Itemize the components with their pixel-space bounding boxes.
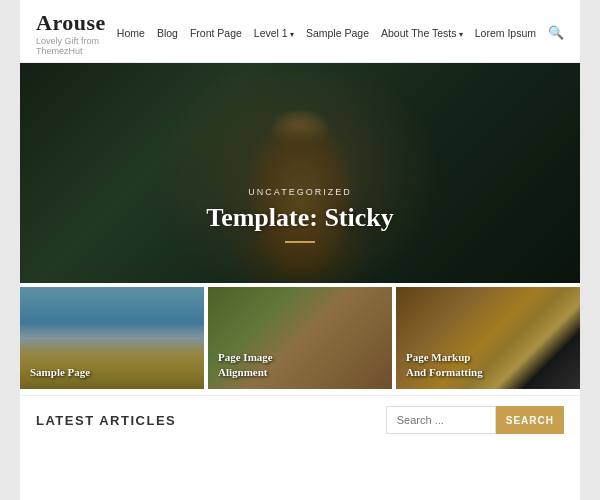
card-image-alignment[interactable]: Page ImageAlignment bbox=[208, 287, 392, 389]
hero-category: UNCATEGORIZED bbox=[20, 187, 580, 197]
card-sample-page[interactable]: Sample Page bbox=[20, 287, 204, 389]
hero-divider bbox=[285, 241, 315, 243]
card-markup-formatting[interactable]: Page MarkupAnd Formatting bbox=[396, 287, 580, 389]
hero-overlay bbox=[20, 63, 580, 283]
nav-sample-page[interactable]: Sample Page bbox=[306, 27, 369, 39]
hero-section: UNCATEGORIZED Template: Sticky bbox=[20, 63, 580, 283]
latest-articles-bar: LATEST ARTICLES SEARCH bbox=[20, 395, 580, 444]
hero-content: UNCATEGORIZED Template: Sticky bbox=[20, 187, 580, 243]
nav-lorem-ipsum[interactable]: Lorem Ipsum bbox=[475, 27, 536, 39]
main-nav: Home Blog Front Page Level 1 Sample Page… bbox=[117, 25, 564, 41]
nav-about-tests[interactable]: About The Tests bbox=[381, 27, 463, 39]
nav-blog[interactable]: Blog bbox=[157, 27, 178, 39]
card-2-label: Page ImageAlignment bbox=[218, 350, 273, 379]
nav-front-page[interactable]: Front Page bbox=[190, 27, 242, 39]
card-3-label: Page MarkupAnd Formatting bbox=[406, 350, 483, 379]
search-input[interactable] bbox=[386, 406, 496, 434]
latest-articles-title: LATEST ARTICLES bbox=[36, 413, 176, 428]
card-1-label: Sample Page bbox=[30, 365, 90, 379]
nav-home[interactable]: Home bbox=[117, 27, 145, 39]
logo-area: Arouse Lovely Gift from ThemezHut bbox=[36, 10, 117, 56]
header: Arouse Lovely Gift from ThemezHut Home B… bbox=[20, 0, 580, 63]
nav-level1[interactable]: Level 1 bbox=[254, 27, 294, 39]
search-button[interactable]: SEARCH bbox=[496, 406, 564, 434]
search-area: SEARCH bbox=[386, 406, 564, 434]
cards-row: Sample Page Page ImageAlignment Page Mar… bbox=[20, 283, 580, 393]
logo-title[interactable]: Arouse bbox=[36, 10, 117, 36]
hero-title: Template: Sticky bbox=[20, 203, 580, 233]
logo-subtitle: Lovely Gift from ThemezHut bbox=[36, 36, 117, 56]
page-wrapper: Arouse Lovely Gift from ThemezHut Home B… bbox=[20, 0, 580, 500]
search-icon[interactable]: 🔍 bbox=[548, 25, 564, 41]
